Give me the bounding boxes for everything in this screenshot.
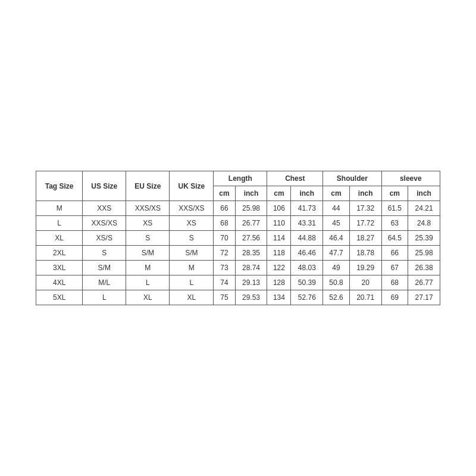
table-cell: 128: [267, 275, 291, 290]
table-cell: 114: [267, 231, 291, 246]
table-cell: 25.98: [235, 201, 267, 216]
table-cell: XL: [126, 290, 170, 305]
table-cell: 68: [214, 216, 235, 231]
table-cell: M: [126, 261, 170, 275]
table-cell: 24.21: [408, 201, 440, 216]
table-cell: 66: [214, 201, 235, 216]
table-cell: 20.71: [349, 290, 381, 305]
sleeve-cm-header: cm: [381, 186, 408, 201]
table-cell: 74: [214, 275, 235, 290]
table-cell: M/L: [83, 275, 126, 290]
table-cell: 25.98: [408, 246, 440, 261]
table-cell: 73: [214, 261, 235, 275]
table-cell: 67: [381, 261, 408, 275]
size-chart-table: Tag Size US Size EU Size UK Size Length …: [36, 171, 440, 305]
table-cell: M: [170, 261, 214, 275]
table-row: 4XLM/LLL7429.1312850.3950.8206826.77: [36, 275, 440, 290]
table-cell: 19.29: [349, 261, 381, 275]
uk-size-header: UK Size: [170, 171, 214, 201]
table-cell: 29.53: [235, 290, 267, 305]
table-cell: 26.77: [235, 216, 267, 231]
table-cell: 3XL: [36, 261, 83, 275]
table-row: LXXS/XSXSXS6826.7711043.314517.726324.8: [36, 216, 440, 231]
table-cell: 5XL: [36, 290, 83, 305]
table-cell: 50.39: [291, 275, 323, 290]
table-cell: S/M: [126, 246, 170, 261]
size-chart-container: Tag Size US Size EU Size UK Size Length …: [36, 171, 440, 305]
table-cell: 52.6: [323, 290, 350, 305]
table-cell: 17.72: [349, 216, 381, 231]
table-cell: 47.7: [323, 246, 350, 261]
table-row: 5XLLXLXL7529.5313452.7652.620.716927.17: [36, 290, 440, 305]
table-row: XLXS/SSS7027.5611444.8846.418.2764.525.3…: [36, 231, 440, 246]
main-header-row: Tag Size US Size EU Size UK Size Length …: [36, 171, 440, 186]
table-cell: 118: [267, 246, 291, 261]
table-cell: L: [36, 216, 83, 231]
shoulder-group-header: Shoulder: [323, 171, 381, 186]
table-cell: M: [36, 201, 83, 216]
table-row: 2XLSS/MS/M7228.3511846.4647.718.786625.9…: [36, 246, 440, 261]
table-cell: S: [126, 231, 170, 246]
table-cell: 70: [214, 231, 235, 246]
length-cm-header: cm: [214, 186, 235, 201]
table-row: 3XLS/MMM7328.7412248.034919.296726.38: [36, 261, 440, 275]
table-cell: XXS: [83, 201, 126, 216]
table-cell: 66: [381, 246, 408, 261]
table-cell: 43.31: [291, 216, 323, 231]
table-cell: XL: [36, 231, 83, 246]
table-cell: 46.46: [291, 246, 323, 261]
table-cell: 18.27: [349, 231, 381, 246]
table-cell: 45: [323, 216, 350, 231]
table-cell: 50.8: [323, 275, 350, 290]
sleeve-inch-header: inch: [408, 186, 440, 201]
shoulder-inch-header: inch: [349, 186, 381, 201]
table-cell: 63: [381, 216, 408, 231]
table-cell: 26.38: [408, 261, 440, 275]
length-inch-header: inch: [235, 186, 267, 201]
table-cell: S: [170, 231, 214, 246]
us-size-header: US Size: [83, 171, 126, 201]
table-cell: 49: [323, 261, 350, 275]
table-cell: 20: [349, 275, 381, 290]
table-cell: 24.8: [408, 216, 440, 231]
table-cell: S: [83, 246, 126, 261]
table-cell: 44: [323, 201, 350, 216]
table-cell: XS/S: [83, 231, 126, 246]
table-cell: 41.73: [291, 201, 323, 216]
table-cell: 27.56: [235, 231, 267, 246]
chest-cm-header: cm: [267, 186, 291, 201]
table-cell: XS: [126, 216, 170, 231]
table-cell: 134: [267, 290, 291, 305]
table-cell: 106: [267, 201, 291, 216]
size-chart-body: MXXSXXS/XSXXS/XS6625.9810641.734417.3261…: [36, 201, 440, 305]
table-cell: 4XL: [36, 275, 83, 290]
chest-inch-header: inch: [291, 186, 323, 201]
table-cell: 110: [267, 216, 291, 231]
table-cell: XXS/XS: [170, 201, 214, 216]
table-cell: XXS/XS: [83, 216, 126, 231]
table-row: MXXSXXS/XSXXS/XS6625.9810641.734417.3261…: [36, 201, 440, 216]
table-cell: 75: [214, 290, 235, 305]
eu-size-header: EU Size: [126, 171, 170, 201]
table-cell: 44.88: [291, 231, 323, 246]
table-cell: 18.78: [349, 246, 381, 261]
sleeve-group-header: sleeve: [381, 171, 440, 186]
table-cell: 46.4: [323, 231, 350, 246]
table-cell: 72: [214, 246, 235, 261]
table-cell: 61.5: [381, 201, 408, 216]
tag-size-header: Tag Size: [36, 171, 83, 201]
table-cell: 64.5: [381, 231, 408, 246]
table-cell: XS: [170, 216, 214, 231]
table-cell: 68: [381, 275, 408, 290]
chest-group-header: Chest: [267, 171, 323, 186]
table-cell: L: [83, 290, 126, 305]
table-cell: 48.03: [291, 261, 323, 275]
table-cell: S/M: [83, 261, 126, 275]
shoulder-cm-header: cm: [323, 186, 350, 201]
table-cell: L: [170, 275, 214, 290]
table-cell: 122: [267, 261, 291, 275]
table-cell: 17.32: [349, 201, 381, 216]
table-cell: L: [126, 275, 170, 290]
table-cell: XL: [170, 290, 214, 305]
table-cell: S/M: [170, 246, 214, 261]
